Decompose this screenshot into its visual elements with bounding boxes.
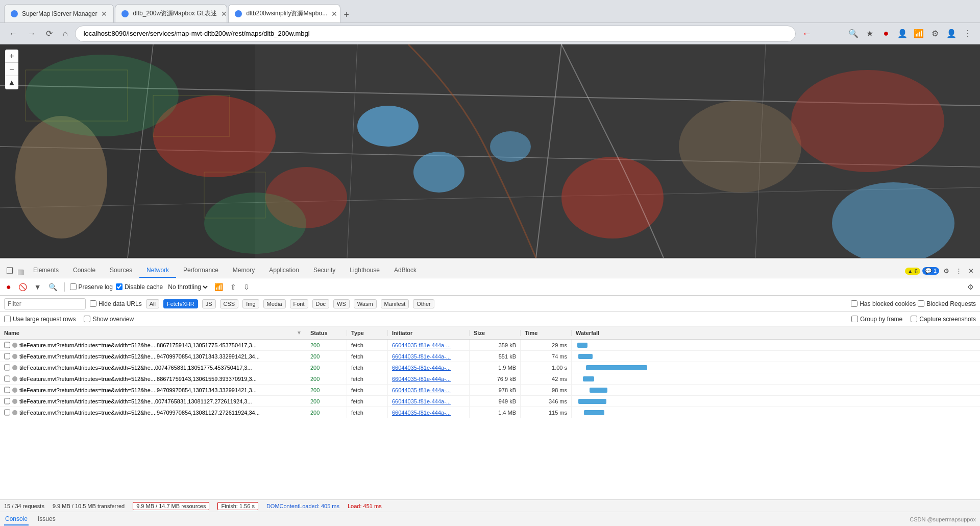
tab-3-close[interactable]: ✕ bbox=[331, 10, 337, 18]
table-row[interactable]: tileFeature.mvt?returnAttributes=true&wi… bbox=[0, 351, 980, 362]
search-icon[interactable]: 🔍 bbox=[847, 28, 860, 40]
menu-icon[interactable]: ⋮ bbox=[962, 28, 974, 40]
cell-initiator-2[interactable]: 66044035-f81e-444a-... bbox=[388, 362, 470, 373]
tab-3[interactable]: dltb200wsimplify资源Mapbo... ✕ bbox=[228, 4, 340, 22]
throttling-select[interactable]: No throttling bbox=[166, 283, 209, 291]
extension-icon-user[interactable]: 👤 bbox=[896, 28, 909, 40]
address-input[interactable] bbox=[75, 26, 796, 42]
tab-security[interactable]: Security bbox=[306, 264, 342, 278]
settings-icon-btn[interactable]: ⚙ bbox=[965, 282, 976, 292]
filter-input[interactable] bbox=[4, 298, 86, 309]
capture-screenshots-label[interactable]: Capture screenshots bbox=[911, 316, 976, 323]
show-overview-label[interactable]: Show overview bbox=[84, 316, 134, 323]
cell-initiator-0[interactable]: 66044035-f81e-444a-... bbox=[388, 340, 470, 350]
online-status-icon[interactable]: 📶 bbox=[212, 282, 225, 292]
north-button[interactable]: ▲ bbox=[5, 76, 18, 89]
tab-sources[interactable]: Sources bbox=[103, 264, 139, 278]
import-button[interactable]: ⇧ bbox=[228, 282, 238, 292]
cell-initiator-1[interactable]: 66044035-f81e-444a-... bbox=[388, 351, 470, 362]
filter-other-btn[interactable]: Other bbox=[413, 299, 434, 308]
tab-memory[interactable]: Memory bbox=[226, 264, 262, 278]
col-waterfall[interactable]: Waterfall bbox=[572, 330, 980, 336]
filter-manifest-btn[interactable]: Manifest bbox=[381, 299, 409, 308]
tab-performance[interactable]: Performance bbox=[176, 264, 226, 278]
filter-doc-btn[interactable]: Doc bbox=[312, 299, 330, 308]
row-checkbox-5[interactable] bbox=[4, 398, 10, 404]
bottom-tab-issues[interactable]: Issues bbox=[37, 513, 57, 525]
filter-media-btn[interactable]: Media bbox=[263, 299, 286, 308]
preserve-log-checkbox[interactable] bbox=[70, 283, 77, 290]
new-tab-button[interactable]: + bbox=[341, 8, 351, 22]
filter-js-btn[interactable]: JS bbox=[202, 299, 216, 308]
tab-adblock[interactable]: AdBlock bbox=[387, 264, 424, 278]
row-checkbox-2[interactable] bbox=[4, 364, 10, 371]
devtools-more-icon[interactable]: ⋮ bbox=[953, 266, 964, 276]
table-row[interactable]: tileFeature.mvt?returnAttributes=true&wi… bbox=[0, 340, 980, 351]
filter-css-btn[interactable]: CSS bbox=[220, 299, 239, 308]
table-row[interactable]: tileFeature.mvt?returnAttributes=true&wi… bbox=[0, 396, 980, 407]
col-type[interactable]: Type bbox=[347, 330, 388, 336]
blocked-requests-label[interactable]: Blocked Requests bbox=[918, 300, 976, 307]
tab-2-close[interactable]: ✕ bbox=[221, 10, 227, 18]
settings-icon[interactable]: ⚙ bbox=[929, 28, 941, 40]
back-button[interactable]: ← bbox=[6, 27, 20, 40]
profile-icon[interactable]: 👤 bbox=[945, 28, 958, 40]
filter-ws-btn[interactable]: WS bbox=[333, 299, 350, 308]
row-checkbox-4[interactable] bbox=[4, 387, 10, 393]
group-by-frame-label[interactable]: Group by frame bbox=[851, 316, 902, 323]
devtools-close-icon[interactable]: ✕ bbox=[966, 266, 976, 276]
reload-button[interactable]: ⟳ bbox=[43, 27, 56, 40]
home-button[interactable]: ⌂ bbox=[60, 27, 71, 40]
filter-img-btn[interactable]: Img bbox=[242, 299, 259, 308]
show-overview-checkbox[interactable] bbox=[84, 316, 90, 322]
record-button[interactable]: ● bbox=[4, 281, 13, 293]
row-checkbox-6[interactable] bbox=[4, 409, 10, 416]
col-name[interactable]: Name ▼ bbox=[0, 330, 306, 336]
devtools-settings-icon[interactable]: ⚙ bbox=[941, 266, 951, 276]
export-button[interactable]: ⇩ bbox=[241, 282, 252, 292]
search-network-button[interactable]: 🔍 bbox=[46, 282, 59, 292]
group-by-frame-checkbox[interactable] bbox=[851, 316, 858, 322]
devtools-dock-icon[interactable]: ❐ bbox=[4, 264, 15, 278]
tab-1[interactable]: SuperMap iServer Manager ✕ bbox=[4, 4, 114, 22]
clear-button[interactable]: 🚫 bbox=[16, 282, 29, 292]
forward-button[interactable]: → bbox=[24, 27, 39, 40]
col-time[interactable]: Time bbox=[521, 330, 572, 336]
zoom-out-button[interactable]: − bbox=[5, 63, 18, 76]
col-initiator[interactable]: Initiator bbox=[388, 330, 470, 336]
hide-data-urls-label[interactable]: Hide data URLs bbox=[90, 300, 142, 307]
filter-font-btn[interactable]: Font bbox=[290, 299, 308, 308]
tab-application[interactable]: Application bbox=[262, 264, 306, 278]
use-large-rows-checkbox[interactable] bbox=[4, 316, 11, 322]
filter-all-btn[interactable]: All bbox=[146, 299, 159, 308]
table-row[interactable]: tileFeature.mvt?returnAttributes=true&wi… bbox=[0, 373, 980, 385]
row-checkbox-0[interactable] bbox=[4, 342, 10, 348]
col-size[interactable]: Size bbox=[470, 330, 521, 336]
disable-cache-checkbox[interactable] bbox=[116, 283, 122, 290]
filter-icon-button[interactable]: ▼ bbox=[32, 282, 43, 292]
cell-initiator-3[interactable]: 66044035-f81e-444a-... bbox=[388, 373, 470, 384]
filter-fetch-xhr-btn[interactable]: Fetch/XHR bbox=[163, 299, 198, 308]
has-blocked-cookies-label[interactable]: Has blocked cookies bbox=[851, 300, 916, 307]
cell-initiator-4[interactable]: 66044035-f81e-444a-... bbox=[388, 385, 470, 395]
cell-initiator-5[interactable]: 66044035-f81e-444a-... bbox=[388, 396, 470, 407]
bottom-tab-console[interactable]: Console bbox=[4, 513, 29, 525]
tab-1-close[interactable]: ✕ bbox=[101, 10, 107, 18]
extension-icon-2[interactable]: 📶 bbox=[913, 28, 925, 40]
blocked-requests-checkbox[interactable] bbox=[918, 300, 924, 307]
col-status[interactable]: Status bbox=[306, 330, 347, 336]
use-large-rows-label[interactable]: Use large request rows bbox=[4, 316, 76, 323]
filter-wasm-btn[interactable]: Wasm bbox=[354, 299, 377, 308]
table-row[interactable]: tileFeature.mvt?returnAttributes=true&wi… bbox=[0, 362, 980, 373]
tab-console[interactable]: Console bbox=[66, 264, 103, 278]
devtools-inspect-icon[interactable]: ▦ bbox=[15, 266, 26, 278]
tab-elements[interactable]: Elements bbox=[26, 264, 66, 278]
row-checkbox-3[interactable] bbox=[4, 375, 10, 382]
extension-icon-red[interactable]: ● bbox=[880, 28, 892, 40]
table-row[interactable]: tileFeature.mvt?returnAttributes=true&wi… bbox=[0, 385, 980, 396]
preserve-log-checkbox-label[interactable]: Preserve log bbox=[70, 283, 113, 291]
disable-cache-checkbox-label[interactable]: Disable cache bbox=[116, 283, 163, 291]
cell-initiator-6[interactable]: 66044035-f81e-444a-... bbox=[388, 407, 470, 418]
table-row[interactable]: tileFeature.mvt?returnAttributes=true&wi… bbox=[0, 407, 980, 418]
tab-lighthouse[interactable]: Lighthouse bbox=[342, 264, 387, 278]
